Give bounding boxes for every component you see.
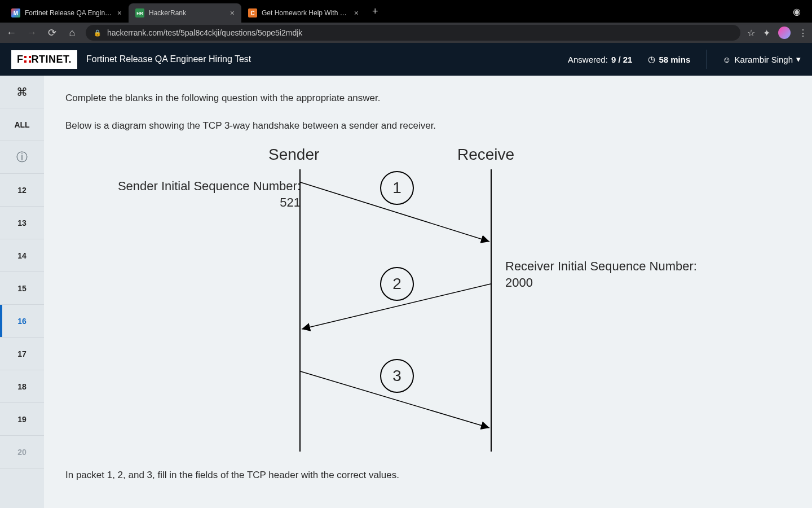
user-menu[interactable]: ☺ Karambir Singh ▾ — [722, 54, 801, 64]
toolbar-actions: ☆ ✦ ⋮ — [747, 27, 807, 39]
close-icon[interactable]: × — [354, 8, 359, 17]
bookmark-icon[interactable]: ☆ — [747, 28, 755, 38]
test-title: Fortinet Release QA Engineer Hiring Test — [86, 54, 251, 64]
sidebar-q18[interactable]: 18 — [0, 370, 44, 403]
hackerrank-icon: HR — [135, 8, 144, 17]
browser-tab-hackerrank[interactable]: HR HackerRank × — [129, 3, 241, 23]
divider — [706, 50, 707, 69]
packet-2-marker: 2 — [380, 267, 414, 301]
lock-icon: 🔒 — [94, 29, 102, 37]
profile-avatar[interactable] — [778, 27, 791, 39]
answered-counter: Answered: 9 / 21 — [568, 55, 632, 64]
sidebar-q15[interactable]: 15 — [0, 272, 44, 305]
question-description: Below is a diagram showing the TCP 3-way… — [65, 118, 750, 133]
app-header: FRTINET. Fortinet Release QA Engineer Hi… — [0, 43, 812, 76]
sidebar-q16[interactable]: 16 — [0, 305, 44, 338]
tab-title: Fortinet Release QA Engineer H — [25, 9, 113, 17]
browser-tab-strip: M Fortinet Release QA Engineer H × HR Ha… — [0, 0, 812, 23]
logo-text: F — [17, 54, 24, 65]
question-sidebar: ⌘ ALL ⓘ 12 13 14 15 16 17 18 19 20 — [0, 76, 44, 508]
sidebar-q12[interactable]: 12 — [0, 174, 44, 207]
sidebar-q17[interactable]: 17 — [0, 338, 44, 370]
packet-1-marker: 1 — [380, 171, 414, 205]
logo-mark — [24, 56, 31, 63]
gmail-icon: M — [11, 8, 20, 17]
home-button[interactable]: ⌂ — [65, 27, 79, 39]
extensions-icon[interactable]: ✦ — [763, 28, 770, 38]
new-tab-button[interactable]: + — [365, 6, 385, 17]
chegg-icon: C — [248, 8, 257, 17]
reload-button[interactable]: ⟳ — [45, 27, 59, 39]
packet-3-marker: 3 — [380, 359, 414, 393]
back-button[interactable]: ← — [5, 27, 18, 39]
sidebar-command[interactable]: ⌘ — [0, 76, 44, 108]
close-icon[interactable]: × — [230, 8, 235, 17]
address-bar[interactable]: 🔒 hackerrank.com/test/5pal8c4ckji/questi… — [86, 25, 740, 41]
time-remaining: ◷ 58 mins — [648, 54, 690, 64]
browser-tab-chegg[interactable]: C Get Homework Help With Cheg × — [241, 3, 365, 23]
sidebar-q14[interactable]: 14 — [0, 239, 44, 272]
forward-button[interactable]: → — [25, 27, 38, 39]
chevron-down-icon: ▾ — [796, 54, 801, 64]
fortinet-logo: FRTINET. — [11, 50, 77, 69]
app-body: ⌘ ALL ⓘ 12 13 14 15 16 17 18 19 20 Compl… — [0, 76, 812, 508]
logo-text: RTINET. — [32, 54, 72, 65]
sidebar-all[interactable]: ALL — [0, 108, 44, 141]
question-footer: In packet 1, 2, and 3, fill in the field… — [65, 470, 750, 481]
sidebar-q13[interactable]: 13 — [0, 207, 44, 239]
tab-overflow-icon[interactable]: ◉ — [786, 6, 807, 17]
user-name: Karambir Singh — [735, 55, 793, 64]
user-icon: ☺ — [722, 55, 731, 64]
menu-icon[interactable]: ⋮ — [798, 28, 807, 38]
sidebar-q20[interactable]: 20 — [0, 436, 44, 468]
tcp-handshake-diagram: Sender Receive Sender Initial Sequence N… — [65, 146, 720, 456]
browser-toolbar: ← → ⟳ ⌂ 🔒 hackerrank.com/test/5pal8c4ckj… — [0, 23, 812, 43]
tab-title: Get Homework Help With Cheg — [262, 9, 350, 17]
browser-tab-gmail[interactable]: M Fortinet Release QA Engineer H × — [5, 3, 129, 23]
question-content: Complete the blanks in the following que… — [44, 76, 812, 508]
close-icon[interactable]: × — [117, 8, 122, 17]
sidebar-q19[interactable]: 19 — [0, 403, 44, 436]
clock-icon: ◷ — [648, 54, 655, 64]
url-text: hackerrank.com/test/5pal8c4ckji/question… — [107, 28, 302, 37]
header-right: Answered: 9 / 21 ◷ 58 mins ☺ Karambir Si… — [568, 50, 801, 69]
sidebar-info-icon[interactable]: ⓘ — [0, 141, 44, 174]
question-instruction: Complete the blanks in the following que… — [65, 90, 750, 106]
tab-title: HackerRank — [149, 9, 226, 17]
